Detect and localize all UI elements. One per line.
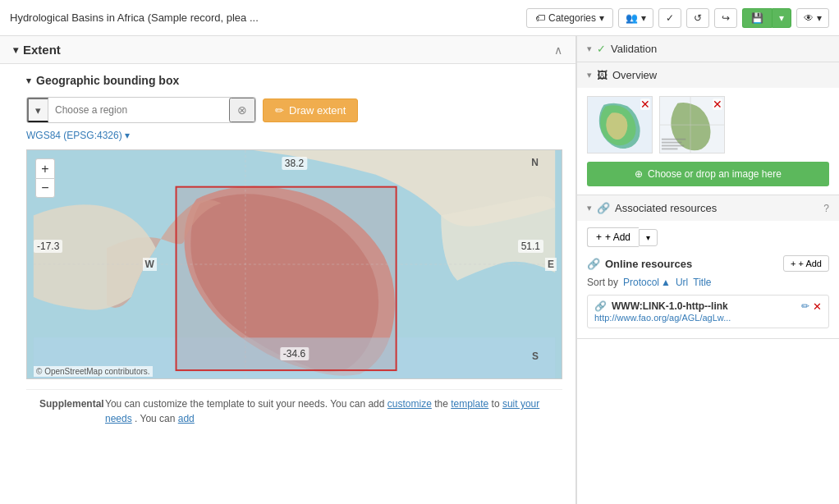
west-coordinate: -17.3 bbox=[34, 240, 62, 253]
resource-link-icon: 🔗 bbox=[594, 300, 607, 312]
crs-caret: ▾ bbox=[125, 130, 130, 141]
extent-section-header[interactable]: ▾ Extent ∧ bbox=[0, 36, 575, 64]
extent-section-title: ▾ Extent bbox=[13, 43, 61, 57]
add-small-label: + Add bbox=[799, 259, 822, 268]
users-icon: 👥 bbox=[626, 12, 638, 24]
east-label: E bbox=[545, 258, 557, 271]
zoom-out-button[interactable]: − bbox=[35, 178, 55, 198]
save-caret-button[interactable]: ▾ bbox=[772, 8, 791, 28]
sort-url-link[interactable]: Url bbox=[676, 277, 688, 288]
online-resources-header: 🔗 Online resources + + Add bbox=[587, 255, 829, 272]
left-panel: ▾ Extent ∧ ▾ Geographic bounding box ▾ ⊗… bbox=[0, 36, 576, 504]
add-button[interactable]: + + Add bbox=[587, 227, 639, 247]
check-button[interactable]: ✓ bbox=[658, 8, 681, 28]
associated-label: Associated resources bbox=[615, 202, 717, 214]
page-title: Hydrological Basins in Africa (Sample re… bbox=[10, 11, 259, 24]
link-icon-online: 🔗 bbox=[587, 258, 600, 270]
check-icon: ✓ bbox=[666, 12, 674, 24]
right-panel: ▾ ✓ Validation ▾ 🖼 Overview bbox=[576, 36, 839, 504]
crs-label: WGS84 (EPSG:4326) bbox=[26, 130, 122, 141]
redo-button[interactable]: ↪ bbox=[714, 8, 737, 28]
thumbnail-2-close[interactable]: ✕ bbox=[713, 99, 722, 110]
associated-resources-header[interactable]: ▾ 🔗 Associated resources ? bbox=[577, 195, 839, 221]
supplemental-text: You can customize the template to suit y… bbox=[105, 396, 549, 426]
save-button[interactable]: 💾 bbox=[742, 8, 772, 28]
overview-section-header[interactable]: ▾ 🖼 Overview bbox=[577, 62, 839, 88]
overview-content: ✕ bbox=[577, 88, 839, 195]
resource-item: 🔗 WWW:LINK-1.0-http--link ✏ ✕ http://www… bbox=[587, 295, 829, 328]
save-split-caret: ▾ bbox=[779, 12, 784, 24]
sort-by-label: Sort by bbox=[587, 277, 618, 288]
sort-row: Sort by Protocol ▲ Url Title bbox=[587, 277, 829, 288]
resource-url[interactable]: http://www.fao.org/ag/AGL/agLw... bbox=[594, 313, 822, 323]
chevron-down-icon: ▾ bbox=[13, 44, 18, 56]
help-icon[interactable]: ? bbox=[823, 203, 829, 214]
thumbnail-1: ✕ bbox=[587, 96, 653, 153]
plus-icon: ⊕ bbox=[635, 168, 643, 180]
validation-title: ▾ ✓ Validation bbox=[587, 43, 657, 55]
region-clear-button[interactable]: ⊗ bbox=[229, 98, 255, 122]
online-resources-title: 🔗 Online resources bbox=[587, 258, 692, 270]
users-button[interactable]: 👥 ▾ bbox=[618, 8, 653, 28]
validation-check-icon: ✓ bbox=[597, 43, 606, 55]
thumbnail-list: ✕ bbox=[587, 96, 829, 153]
map-attribution: © OpenStreetMap contributors. bbox=[34, 366, 153, 377]
south-label: S bbox=[532, 351, 539, 362]
plus-icon-small: + bbox=[791, 259, 795, 268]
east-coordinate: 51.1 bbox=[518, 240, 543, 253]
main-layout: ▾ Extent ∧ ▾ Geographic bounding box ▾ ⊗… bbox=[0, 36, 839, 504]
supplemental-add-link[interactable]: add bbox=[178, 413, 195, 424]
save-icon: 💾 bbox=[751, 12, 763, 24]
north-coordinate: 38.2 bbox=[282, 157, 307, 170]
chevron-down-icon-o: ▾ bbox=[587, 70, 592, 80]
svg-rect-4 bbox=[177, 187, 397, 370]
supplemental-link[interactable]: customize bbox=[387, 398, 432, 410]
undo-button[interactable]: ↺ bbox=[686, 8, 709, 28]
add-label: + Add bbox=[605, 231, 630, 243]
subsection-title: ▾ Geographic bounding box bbox=[26, 74, 562, 87]
edit-resource-button[interactable]: ✏ bbox=[801, 300, 809, 313]
svg-rect-10 bbox=[662, 142, 681, 144]
region-input[interactable] bbox=[48, 104, 229, 116]
associated-resources-title: ▾ 🔗 Associated resources bbox=[587, 202, 717, 214]
supplemental-section: Supplemental You can customize the templ… bbox=[26, 389, 562, 433]
tag-icon: 🏷 bbox=[535, 12, 545, 24]
associated-resources-section: ▾ 🔗 Associated resources ? + + Add ▾ bbox=[577, 195, 839, 339]
sort-title-link[interactable]: Title bbox=[693, 277, 711, 288]
resource-title: 🔗 WWW:LINK-1.0-http--link bbox=[594, 300, 728, 312]
extent-label: Extent bbox=[23, 43, 61, 57]
add-online-resource-button[interactable]: + + Add bbox=[783, 255, 829, 272]
preview-button[interactable]: 👁 ▾ bbox=[796, 8, 829, 28]
remove-resource-button[interactable]: ✕ bbox=[813, 300, 822, 313]
categories-caret: ▾ bbox=[599, 12, 604, 24]
resource-actions: ✏ ✕ bbox=[801, 300, 822, 313]
draw-extent-button[interactable]: ✏ Draw extent bbox=[263, 99, 358, 122]
categories-label: Categories bbox=[548, 12, 596, 24]
crs-link[interactable]: WGS84 (EPSG:4326) ▾ bbox=[26, 130, 562, 141]
validation-section-header[interactable]: ▾ ✓ Validation bbox=[577, 36, 839, 62]
subsection-label: Geographic bounding box bbox=[36, 74, 179, 87]
sort-protocol-link[interactable]: Protocol ▲ bbox=[623, 277, 671, 288]
supplemental-content: You can customize the template to suit y… bbox=[105, 398, 384, 410]
supplemental-template-link[interactable]: template bbox=[451, 398, 488, 410]
thumbnail-1-close[interactable]: ✕ bbox=[640, 99, 650, 110]
validation-section: ▾ ✓ Validation bbox=[577, 36, 839, 62]
resource-title-text: WWW:LINK-1.0-http--link bbox=[612, 300, 728, 312]
map-zoom-controls: + − bbox=[35, 158, 55, 198]
overview-label: Overview bbox=[612, 69, 657, 81]
resource-item-header: 🔗 WWW:LINK-1.0-http--link ✏ ✕ bbox=[594, 300, 822, 313]
save-button-group: 💾 ▾ bbox=[742, 8, 791, 28]
region-select: ▾ ⊗ bbox=[26, 97, 256, 123]
chevron-down-icon-a: ▾ bbox=[587, 203, 592, 213]
region-dropdown-button[interactable]: ▾ bbox=[27, 98, 48, 122]
zoom-in-button[interactable]: + bbox=[35, 158, 55, 178]
validation-label: Validation bbox=[611, 43, 657, 55]
categories-button[interactable]: 🏷 Categories ▾ bbox=[526, 8, 613, 28]
add-caret-button[interactable]: ▾ bbox=[639, 229, 658, 246]
choose-image-button[interactable]: ⊕ Choose or drop an image here bbox=[587, 162, 829, 186]
svg-rect-12 bbox=[662, 148, 678, 149]
thumbnail-2: ✕ bbox=[659, 96, 725, 153]
collapse-icon: ∧ bbox=[554, 44, 562, 57]
map-container[interactable]: + − 38.2 N -34.6 S -17.3 W 51.1 E © Open… bbox=[26, 149, 562, 379]
undo-icon: ↺ bbox=[694, 12, 702, 24]
